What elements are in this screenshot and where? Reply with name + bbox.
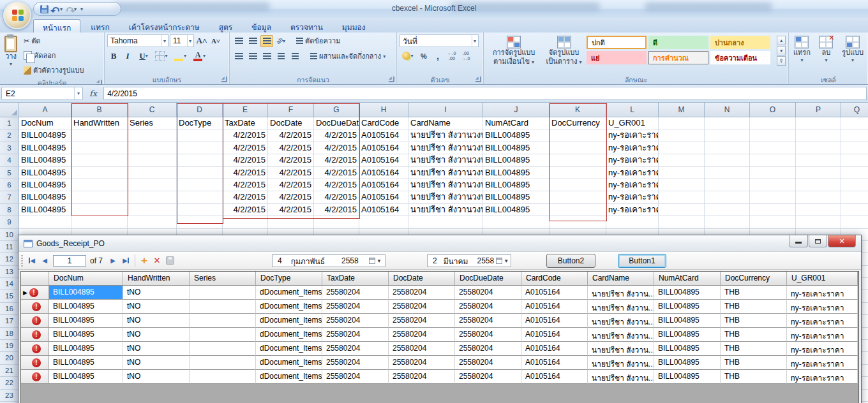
cell-K6[interactable] xyxy=(550,179,606,191)
row-header-23[interactable]: 23 xyxy=(0,390,19,402)
grid-cell-DocDueDate-2[interactable]: 25580204 xyxy=(455,314,521,328)
grid-cell-Series-1[interactable] xyxy=(190,300,256,314)
cell-P1[interactable] xyxy=(796,117,841,129)
to-date-dropdown[interactable]: ▼ xyxy=(494,255,511,267)
cell-J1[interactable]: NumAtCard xyxy=(483,117,550,129)
grid-cell-Series-2[interactable] xyxy=(190,314,256,328)
row-header-4[interactable]: 4 xyxy=(0,154,19,166)
grid-cell-DocType-1[interactable]: dDocument_Items xyxy=(256,300,322,314)
cell-O8[interactable] xyxy=(750,204,796,216)
bold-button[interactable]: B xyxy=(107,50,120,62)
column-header-B[interactable]: B xyxy=(71,103,128,117)
grid-cell-DocNum-5[interactable]: BILL004895 xyxy=(49,356,123,370)
grid-row-selector-0[interactable]: ▶! xyxy=(21,286,49,300)
cell-I6[interactable]: นายปรีชา สังวานวงษ์ xyxy=(408,179,483,191)
tab-data[interactable]: ข้อมูล xyxy=(243,19,280,33)
cell-M4[interactable] xyxy=(659,154,705,166)
grid-cell-DocCurrency-6[interactable]: THB xyxy=(721,370,787,384)
grid-cell-HandWritten-2[interactable]: tNO xyxy=(123,314,190,328)
grid-row-selector-4[interactable]: ! xyxy=(21,342,49,356)
grid-column-header-DocDate[interactable]: DocDate xyxy=(389,272,455,286)
cell-M8[interactable] xyxy=(659,204,705,216)
cell-Q7[interactable] xyxy=(841,191,868,203)
grid-cell-HandWritten-0[interactable]: tNO xyxy=(123,286,190,300)
grid-cell-DocDueDate-1[interactable]: 25580204 xyxy=(455,300,521,314)
grid-cell-TaxDate-1[interactable]: 25580204 xyxy=(322,300,389,314)
cell-A7[interactable]: BILL004895 xyxy=(19,191,71,203)
grid-cell-NumAtCard-0[interactable]: BILL004895 xyxy=(654,286,721,300)
cell-C4[interactable] xyxy=(128,154,177,166)
cell-L5[interactable]: ny-รอเคาะราคา xyxy=(606,167,659,179)
cell-J3[interactable]: BILL004895 xyxy=(483,142,550,154)
grid-cell-DocCurrency-0[interactable]: THB xyxy=(721,286,787,300)
column-header-K[interactable]: K xyxy=(550,103,606,117)
cell-P4[interactable] xyxy=(796,154,841,166)
grid-cell-CardCode-0[interactable]: A0105164 xyxy=(521,286,588,300)
cell-O4[interactable] xyxy=(750,154,796,166)
cell-N7[interactable] xyxy=(705,191,750,203)
cell-G8[interactable]: 4/2/2015 xyxy=(314,204,359,216)
grid-cell-CardName-2[interactable]: นายปรีชา สังวาน... xyxy=(588,314,654,328)
row-header-10[interactable]: 10 xyxy=(0,229,19,241)
row-header-17[interactable]: 17 xyxy=(0,315,19,327)
decrease-decimal-button[interactable]: .00→.0 xyxy=(460,50,472,62)
grid-column-header-DocNum[interactable]: DocNum xyxy=(49,272,123,286)
cell-C3[interactable] xyxy=(128,142,177,154)
to-date-day[interactable]: 2 xyxy=(428,256,437,265)
cell-L3[interactable]: ny-รอเคาะราคา xyxy=(606,142,659,154)
cell-P5[interactable] xyxy=(796,167,841,179)
cell-C7[interactable] xyxy=(128,191,177,203)
bottom-align-button[interactable] xyxy=(260,35,273,47)
cell-J5[interactable]: BILL004895 xyxy=(483,167,550,179)
cell-B8[interactable] xyxy=(71,204,128,216)
cell-J7[interactable]: BILL004895 xyxy=(483,191,550,203)
conditional-formatting-button[interactable]: การจัดรูปแบบ ตามเงื่อนไข ▾ xyxy=(486,34,541,73)
column-header-F[interactable]: F xyxy=(268,103,314,117)
format-cells-button[interactable]: รูปแบบ▾ xyxy=(840,34,865,73)
merge-center-button[interactable]: ผสานและจัดกึ่งกลาง▾ xyxy=(308,50,388,62)
row-header-8[interactable]: 8 xyxy=(0,204,19,216)
cell-D3[interactable] xyxy=(177,142,223,154)
form-title-bar[interactable]: Goods_Receipt_PO xyxy=(19,235,861,252)
cell-K9[interactable] xyxy=(550,216,606,228)
grid-row-selector-1[interactable]: ! xyxy=(21,300,49,314)
cell-E1[interactable]: TaxDate xyxy=(223,117,268,129)
cell-H1[interactable]: CardCode xyxy=(359,117,408,129)
move-last-button[interactable]: ▶ xyxy=(119,254,132,267)
cell-C6[interactable] xyxy=(128,179,177,191)
save-icon[interactable] xyxy=(40,5,49,13)
grid-cell-DocNum-0[interactable]: BILL004895 xyxy=(49,286,123,300)
cell-N9[interactable] xyxy=(705,216,750,228)
grid-cell-NumAtCard-1[interactable]: BILL004895 xyxy=(654,300,721,314)
increase-indent-button[interactable] xyxy=(288,50,301,62)
cell-P2[interactable] xyxy=(796,129,841,142)
cell-G3[interactable]: 4/2/2015 xyxy=(314,142,359,154)
select-all-corner[interactable] xyxy=(0,103,19,117)
from-date-picker[interactable]: 4 กุมภาพันธ์ 2558 ▼ xyxy=(272,254,385,267)
cell-N3[interactable] xyxy=(705,142,750,154)
row-header-18[interactable]: 18 xyxy=(0,328,19,340)
column-header-G[interactable]: G xyxy=(314,103,359,117)
cell-L7[interactable]: ny-รอเคาะราคา xyxy=(606,191,659,203)
cell-M6[interactable] xyxy=(659,179,705,191)
cell-style-1[interactable]: ดี xyxy=(648,36,708,49)
move-previous-button[interactable]: ◀ xyxy=(38,254,51,267)
grid-column-header-HandWritten[interactable]: HandWritten xyxy=(123,272,190,286)
styles-more-icon[interactable]: ⊽ xyxy=(777,56,786,66)
cell-style-3[interactable]: แย่ xyxy=(587,51,647,64)
cell-I4[interactable]: นายปรีชา สังวานวงษ์ xyxy=(408,154,483,166)
row-header-21[interactable]: 21 xyxy=(0,365,19,377)
cell-F9[interactable] xyxy=(268,216,314,228)
grow-font-button[interactable]: A˄ xyxy=(195,35,208,47)
qat-customize-icon[interactable]: ▾ xyxy=(80,6,83,12)
cell-O6[interactable] xyxy=(750,179,796,191)
column-header-E[interactable]: E xyxy=(223,103,268,117)
cell-E2[interactable]: 4/2/2015 xyxy=(223,129,268,142)
cell-N5[interactable] xyxy=(705,167,750,179)
font-color-button[interactable]: A▾ xyxy=(190,50,208,62)
cell-O2[interactable] xyxy=(750,129,796,142)
cell-G7[interactable]: 4/2/2015 xyxy=(314,191,359,203)
grid-column-header-Series[interactable]: Series xyxy=(190,272,256,286)
copy-button[interactable]: คัดลอก xyxy=(21,49,87,62)
save-item-button[interactable] xyxy=(163,254,176,267)
